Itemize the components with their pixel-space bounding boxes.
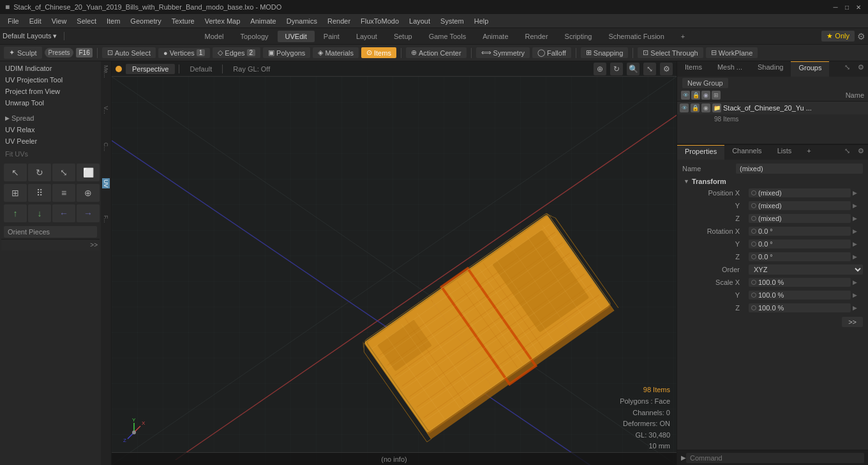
scale-y-value[interactable]: 100.0 % <box>749 291 851 300</box>
icon-btn-rotate[interactable]: ↻ <box>28 164 51 181</box>
action-center-btn[interactable]: ⊕ Action Center <box>406 47 467 58</box>
arrow-left-btn[interactable]: ← <box>52 204 75 222</box>
expand-btn[interactable]: >> <box>1 239 100 250</box>
vp-btn-rotate[interactable]: ↻ <box>610 63 623 75</box>
item-render[interactable]: ◉ <box>701 103 710 112</box>
icon-btn-dots[interactable]: ⠿ <box>28 184 51 202</box>
menu-help[interactable]: Help <box>469 16 494 26</box>
vertices-btn[interactable]: ● Vertices 1 <box>158 48 210 58</box>
tool-project-from-view[interactable]: Project from View <box>1 86 100 97</box>
icon-btn-globe[interactable]: ⊕ <box>77 184 100 202</box>
props-tab-channels[interactable]: Channels <box>724 145 769 160</box>
vp-btn-fit[interactable]: ⤡ <box>643 63 656 75</box>
arrow-right-btn[interactable]: → <box>77 204 100 222</box>
lock-icon[interactable]: 🔒 <box>691 91 700 100</box>
icon-btn-lines[interactable]: ≡ <box>52 184 75 202</box>
tab-model[interactable]: Model <box>197 31 232 42</box>
only-button[interactable]: ★ Only <box>821 31 855 42</box>
position-x-value[interactable]: (mixed) <box>749 188 851 197</box>
tab-animate[interactable]: Animate <box>475 31 516 42</box>
item-lock[interactable]: 🔒 <box>691 103 700 112</box>
new-group-button[interactable]: New Group <box>682 78 728 88</box>
tool-udim-indicator[interactable]: UDIM Indicator <box>1 63 100 74</box>
close-btn[interactable]: ✕ <box>854 3 863 11</box>
menu-texture[interactable]: Texture <box>167 16 200 26</box>
props-tab-properties[interactable]: Properties <box>677 145 724 160</box>
right-tab-groups[interactable]: Groups <box>791 61 829 77</box>
spread-section[interactable]: ▶ Spread <box>1 112 100 124</box>
eye-icon[interactable]: 👁 <box>681 91 690 100</box>
sculpt-button[interactable]: ✦ Sculpt <box>4 47 42 59</box>
command-input[interactable] <box>686 453 864 463</box>
name-prop-value[interactable]: (mixed) <box>736 164 863 174</box>
tab-schematic[interactable]: Schematic Fusion <box>601 31 671 42</box>
tab-add[interactable]: + <box>673 31 692 42</box>
symmetry-btn[interactable]: ⟺ Symmetry <box>476 47 530 58</box>
menu-animate[interactable]: Animate <box>245 16 281 26</box>
icon-btn-scale[interactable]: ⤡ <box>52 164 75 181</box>
props-tab-add[interactable]: + <box>799 145 818 160</box>
menu-render[interactable]: Render <box>322 16 355 26</box>
menu-edit[interactable]: Edit <box>24 16 47 26</box>
tool-fit-uvs[interactable]: Fit UVs <box>1 148 100 160</box>
menu-item[interactable]: Item <box>101 16 125 26</box>
right-gear-icon[interactable]: ⚙ <box>854 61 868 77</box>
orient-pieces-btn[interactable]: Orient Pieces <box>4 226 97 238</box>
vp-tab-perspective[interactable]: Perspective <box>126 64 175 74</box>
scale-z-value[interactable]: 100.0 % <box>749 303 851 312</box>
menu-fluxtomodo[interactable]: FluxToModo <box>355 16 404 26</box>
icon-btn-move[interactable]: ↖ <box>4 164 27 181</box>
tab-gametools[interactable]: Game Tools <box>421 31 474 42</box>
render-icon[interactable]: ◉ <box>701 91 710 100</box>
tab-layout[interactable]: Layout <box>348 31 385 42</box>
tab-scripting[interactable]: Scripting <box>557 31 600 42</box>
viewport-canvas[interactable]: 98 Items Polygons : Face Channels: 0 Def… <box>112 77 677 465</box>
tool-unwrap[interactable]: Unwrap Tool <box>1 97 100 109</box>
vp-tab-raygl[interactable]: Ray GL: Off <box>227 64 276 74</box>
vp-btn-settings[interactable]: ⚙ <box>660 63 673 75</box>
items-row[interactable]: 👁 🔒 ◉ 📁 Stack_of_Chinese_20_Yu ... <box>677 102 868 114</box>
props-tab-lists[interactable]: Lists <box>770 145 800 160</box>
order-select[interactable]: XYZ <box>749 264 863 275</box>
apply-btn[interactable]: >> <box>842 317 863 327</box>
tab-paint[interactable]: Paint <box>316 31 347 42</box>
menu-view[interactable]: View <box>47 16 72 26</box>
minimize-btn[interactable]: ─ <box>831 3 840 11</box>
presets-button[interactable]: Presets <box>45 48 74 57</box>
right-tab-shading[interactable]: Shading <box>750 61 791 77</box>
menu-geometry[interactable]: Geometry <box>125 16 166 26</box>
edges-btn[interactable]: ◇ Edges 2 <box>213 47 260 58</box>
rotation-z-value[interactable]: 0.0 ° <box>749 252 851 261</box>
snapping-btn[interactable]: ⊞ Snapping <box>581 47 629 58</box>
falloff-btn[interactable]: ◯ Falloff <box>532 47 571 58</box>
position-z-value[interactable]: (mixed) <box>749 214 851 223</box>
gear-icon[interactable]: ⚙ <box>857 31 865 42</box>
right-expand-icon[interactable]: ⤡ <box>841 61 854 77</box>
materials-btn[interactable]: ◈ Materials <box>313 47 359 58</box>
tab-uvedit[interactable]: UVEdit <box>278 31 315 42</box>
item-eye[interactable]: 👁 <box>680 103 689 112</box>
viewport[interactable]: Perspective Default Ray GL: Off ⊕ ↻ 🔍 ⤡ … <box>112 61 677 465</box>
tool-uv-peeler[interactable]: UV Peeler <box>1 135 100 147</box>
workplane-btn[interactable]: ⊟ WorkPlane <box>706 47 758 58</box>
transform-section-title[interactable]: Transform <box>680 175 865 187</box>
icon-btn-fit[interactable]: ⬜ <box>77 164 100 181</box>
menu-dynamics[interactable]: Dynamics <box>281 16 322 26</box>
vp-tab-default[interactable]: Default <box>183 64 218 74</box>
default-layouts-btn[interactable]: Default Layouts ▾ <box>3 32 57 40</box>
uv-label[interactable]: UV <box>102 178 110 189</box>
vp-btn-zoom[interactable]: 🔍 <box>627 63 640 75</box>
arrow-down-btn[interactable]: ↓ <box>28 204 51 222</box>
props-gear-icon[interactable]: ⚙ <box>854 145 868 160</box>
rotation-x-value[interactable]: 0.0 ° <box>749 227 851 236</box>
maximize-btn[interactable]: □ <box>842 3 851 11</box>
arrow-up-btn[interactable]: ↑ <box>4 204 27 222</box>
tool-uv-projection[interactable]: UV Projection Tool <box>1 74 100 86</box>
tab-setup[interactable]: Setup <box>386 31 420 42</box>
polygons-btn[interactable]: ▣ Polygons <box>263 47 310 58</box>
tab-topology[interactable]: Topology <box>233 31 276 42</box>
scale-x-value[interactable]: 100.0 % <box>749 278 851 287</box>
position-y-value[interactable]: (mixed) <box>749 201 851 210</box>
right-tab-mesh[interactable]: Mesh ... <box>710 61 750 77</box>
menu-system[interactable]: System <box>435 16 469 26</box>
